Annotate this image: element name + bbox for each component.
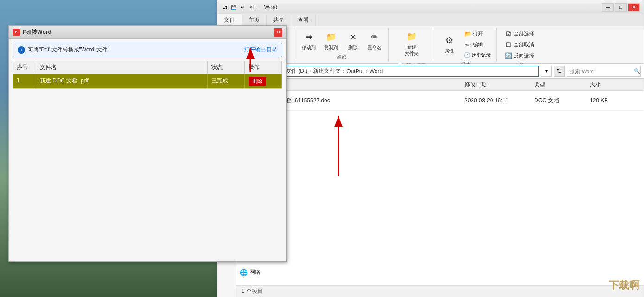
explorer-title: Word (264, 4, 277, 11)
edit-label: 编辑 (473, 41, 483, 48)
rename-button[interactable]: ✏ 重命名 (365, 29, 384, 53)
minimize-button[interactable]: — (602, 3, 614, 12)
delete-ribbon-button[interactable]: ✕ 删除 (344, 29, 362, 53)
tab-home[interactable]: 主页 (242, 14, 267, 26)
new-folder-label: 新建文件夹 (405, 44, 419, 57)
rename-label: 重命名 (368, 44, 382, 51)
new-folder-button[interactable]: 📁 新建文件夹 (399, 28, 424, 59)
edit-button[interactable]: ✏ 编辑 (461, 39, 492, 50)
select-group-content: ☑ 全部选择 ☐ 全部取消 🔄 反向选择 (502, 28, 537, 61)
pdf-info-text: i 可将"Pdf"文件转换成"Word"文件! (18, 46, 109, 54)
network-icon: 🌐 (240, 269, 248, 276)
search-input[interactable] (570, 69, 634, 74)
copy-to-button[interactable]: 📁 复制到 (321, 29, 341, 53)
path-output[interactable]: OutPut (346, 68, 363, 75)
path-new-folder[interactable]: 新建文件夹 (313, 67, 341, 75)
col-header-index: 序号 (13, 61, 36, 74)
explorer-titlebar: 🗂 💾 ↩ ✕ | Word — □ ✕ (217, 0, 644, 14)
col-size-label: 大小 (590, 81, 601, 88)
copy-to-label: 复制到 (324, 44, 338, 51)
pdf-icon: P (13, 29, 20, 36)
select-all-button[interactable]: ☑ 全部选择 (502, 28, 537, 38)
undo-icon[interactable]: ↩ (239, 4, 246, 11)
network-item[interactable]: 🌐 网络 (236, 266, 644, 278)
col-type-header[interactable]: 类型 (534, 81, 590, 88)
open-file-icon: 📂 (464, 30, 472, 37)
tab-share[interactable]: 共享 (267, 14, 291, 26)
delete-ribbon-icon: ✕ (346, 31, 359, 44)
col-date-header[interactable]: 修改日期 (465, 81, 534, 88)
move-to-icon: ➡ (302, 31, 315, 44)
file-row[interactable]: 新建 doc 文档161155527.doc 2020-08-20 16:11 … (236, 91, 644, 111)
empty-space (236, 111, 644, 266)
cell-filename: 新建 DOC 文档 .pdf (36, 74, 208, 88)
open-output-link[interactable]: 打开输出目录 (244, 46, 277, 54)
history-button[interactable]: 🕐 历史记录 (461, 51, 492, 60)
pdf-dialog-title-text: Pdf转Word (23, 28, 51, 36)
organize-group: ➡ 移动到 📁 复制到 ✕ 删除 ✏ 重命名 (295, 28, 389, 62)
path-word[interactable]: Word (370, 68, 383, 75)
status-text: 1 个项目 (242, 287, 263, 295)
properties-icon: ⚙ (443, 34, 456, 47)
invert-select-button[interactable]: 🔄 反向选择 (502, 51, 537, 61)
select-all-icon: ☑ (505, 30, 512, 37)
spacer (236, 278, 644, 285)
search-icon: 🔍 (634, 68, 640, 74)
history-label: 历史记录 (472, 52, 491, 58)
move-to-label: 移动到 (302, 44, 316, 51)
file-type: DOC 文档 (534, 97, 590, 105)
col-date-label: 修改日期 (465, 81, 487, 88)
organize-group-content: ➡ 移动到 📁 复制到 ✕ 删除 ✏ 重命名 (299, 28, 384, 53)
path-drive[interactable]: 软件 (D:) (286, 67, 307, 75)
status-bar: 1 个项目 (236, 285, 644, 297)
history-icon: 🕐 (463, 51, 471, 59)
col-header-action: 操作 (245, 61, 282, 74)
tab-file[interactable]: 文件 (217, 14, 242, 26)
table-header: 序号 文件名 状态 操作 (13, 61, 282, 74)
new-folder-icon: 📁 (405, 30, 418, 43)
titlebar-controls: — □ ✕ (602, 3, 640, 12)
ribbon-tabs: 文件 主页 共享 查看 (217, 14, 644, 26)
edit-icon: ✏ (464, 41, 472, 48)
select-all-label: 全部选择 (514, 30, 534, 37)
tab-view[interactable]: 查看 (291, 14, 316, 26)
copy-to-icon: 📁 (325, 31, 338, 44)
move-to-button[interactable]: ➡ 移动到 (299, 29, 319, 53)
delete-title-icon[interactable]: ✕ (248, 4, 255, 11)
organize-group-label: 组织 (337, 54, 346, 62)
pdf-dialog-close-button[interactable]: ✕ (274, 28, 282, 37)
properties-label: 属性 (445, 48, 454, 54)
cell-status: 已完成 (208, 74, 245, 88)
network-label: 网络 (249, 268, 261, 276)
file-column-header: 名称 ▲ 修改日期 类型 大小 (236, 79, 644, 91)
path-sep-3: › (343, 68, 344, 75)
open-file-label: 打开 (473, 30, 483, 37)
save-icon[interactable]: 💾 (230, 4, 237, 11)
pdf-info-message: 可将"Pdf"文件转换成"Word"文件! (28, 46, 109, 54)
invert-select-icon: 🔄 (505, 52, 512, 59)
open-file-button[interactable]: 📂 打开 (461, 28, 492, 38)
close-button[interactable]: ✕ (628, 3, 640, 12)
new-group: 📁 新建文件夹 📄 新建项目 新建 (390, 28, 433, 62)
address-path[interactable]: 此电脑 › 软件 (D:) › 新建文件夹 › OutPut › Word (259, 66, 539, 77)
rename-icon: ✏ (368, 31, 381, 44)
pdf-dialog-titlebar: P Pdf转Word ✕ (9, 26, 286, 39)
titlebar-icons: 🗂 💾 ↩ ✕ | (221, 4, 261, 11)
delete-button[interactable]: 删除 (249, 77, 266, 86)
folder-icon[interactable]: 🗂 (221, 4, 229, 11)
select-none-label: 全部取消 (514, 41, 534, 48)
maximize-button[interactable]: □ (615, 3, 627, 12)
address-dropdown-button[interactable]: ▾ (541, 66, 552, 77)
refresh-button[interactable]: ↻ (554, 66, 565, 77)
cell-index: 1 (13, 74, 36, 88)
table-row: 1 新建 DOC 文档 .pdf 已完成 删除 (13, 74, 282, 88)
open-edit-buttons: 📂 打开 ✏ 编辑 🕐 历史记录 (461, 28, 492, 60)
properties-button[interactable]: ⚙ 属性 (439, 32, 459, 56)
select-none-button[interactable]: ☐ 全部取消 (502, 39, 537, 50)
select-none-icon: ☐ (505, 41, 512, 48)
pdf-file-table: 序号 文件名 状态 操作 1 新建 DOC 文档 .pdf 已完成 删除 (13, 61, 282, 89)
col-size-header[interactable]: 大小 (590, 81, 636, 88)
cell-action[interactable]: 删除 (245, 74, 282, 88)
search-box[interactable]: 🔍 (567, 66, 641, 77)
open-group: ⚙ 属性 📂 打开 ✏ 编辑 🕐 (435, 28, 497, 62)
